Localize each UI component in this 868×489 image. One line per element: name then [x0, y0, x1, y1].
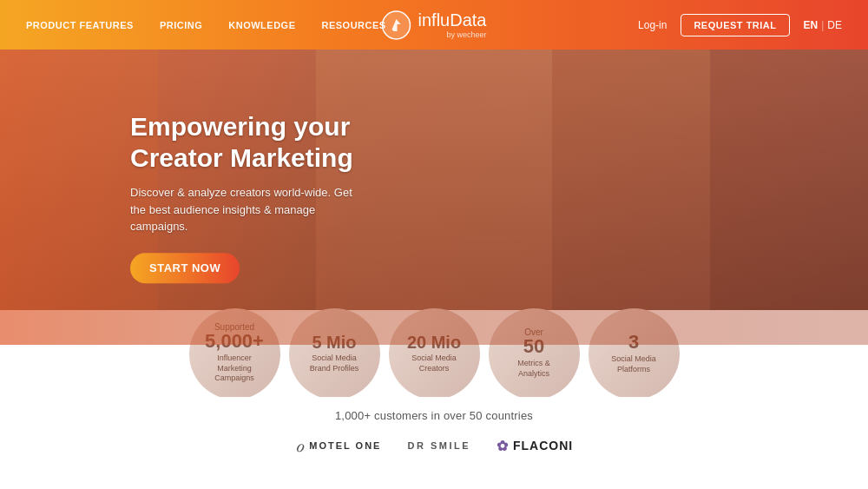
stat-campaigns-label: InfluencerMarketingCampaigns	[214, 354, 254, 384]
logo-text: influData	[418, 10, 487, 30]
hero-content: Empowering your Creator Marketing Discov…	[130, 111, 356, 283]
lang-de[interactable]: DE	[827, 19, 842, 31]
lang-en[interactable]: EN	[804, 19, 819, 31]
nav-product-features[interactable]: PRODUCT FEATURES	[26, 20, 134, 30]
flaconi-flower-icon: ✿	[496, 438, 509, 454]
nav-resources[interactable]: RESOURCES	[322, 20, 386, 30]
stat-brand-profiles-label: Social MediaBrand Profiles	[310, 354, 359, 373]
brand-flaconi: ✿ flaconi	[496, 438, 573, 454]
hero-section: Empowering your Creator Marketing Discov…	[0, 50, 868, 345]
dr-smile-label: DR SMILE	[407, 440, 470, 451]
nav-pricing[interactable]: PRICING	[160, 20, 202, 30]
motel-one-label: MOTEL ONE	[309, 440, 381, 451]
nav-links: PRODUCT FEATURES PRICING KNOWLEDGE RESOU…	[26, 20, 638, 30]
hero-subtitle: Discover & analyze creators world-wide. …	[130, 184, 356, 235]
brand-motel-one: ℴ MOTEL ONE	[295, 434, 382, 457]
stat-platforms-label: Social MediaPlatforms	[611, 354, 656, 374]
hero-title: Empowering your Creator Marketing	[130, 111, 356, 174]
logo[interactable]: influData by wecheer	[382, 10, 487, 40]
flaconi-label: flaconi	[513, 439, 573, 453]
nav-knowledge[interactable]: KNOWLEDGE	[228, 20, 295, 30]
nav-right: Log-in REQUEST TRIAL EN | DE	[638, 14, 842, 36]
brand-logos: ℴ MOTEL ONE DR SMILE ✿ flaconi	[295, 434, 573, 457]
stat-creators-label: Social MediaCreators	[411, 354, 457, 373]
login-link[interactable]: Log-in	[638, 19, 667, 31]
customers-title: 1,000+ customers in over 50 countries	[335, 409, 533, 422]
language-switcher: EN | DE	[804, 19, 842, 31]
request-trial-button[interactable]: REQUEST TRIAL	[681, 14, 789, 36]
start-now-button[interactable]: START NOW	[130, 253, 240, 283]
navbar: PRODUCT FEATURES PRICING KNOWLEDGE RESOU…	[0, 0, 868, 50]
logo-subtext: by wecheer	[418, 30, 487, 39]
motel-one-icon: ℴ	[295, 434, 306, 457]
brand-dr-smile: DR SMILE	[407, 440, 470, 451]
logo-icon	[382, 10, 411, 40]
stat-metrics-label: Metrics &Analytics	[517, 359, 550, 379]
customers-section: 1,000+ customers in over 50 countries ℴ …	[0, 397, 868, 489]
